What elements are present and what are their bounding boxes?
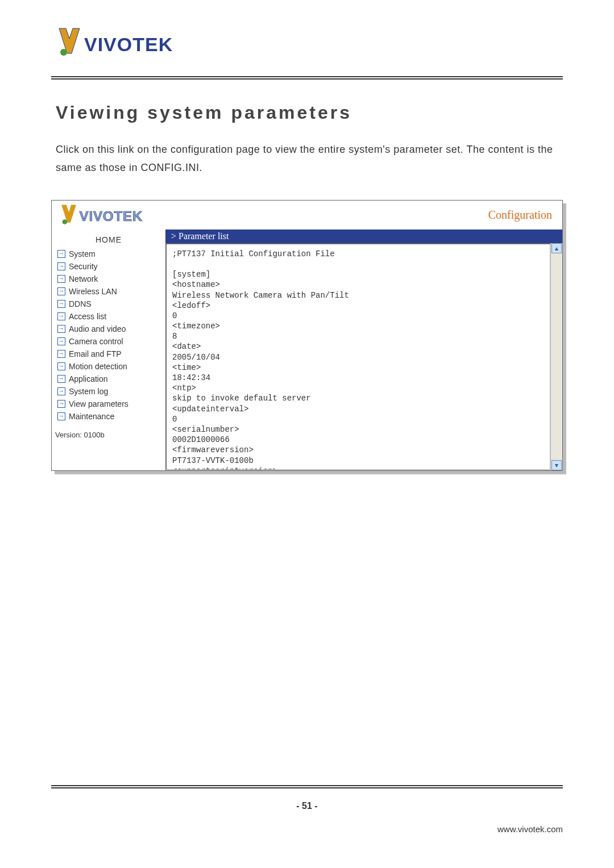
sidebar-item[interactable]: →Access list: [54, 310, 163, 323]
sidebar-item[interactable]: →Network: [54, 273, 163, 285]
vivotek-logo-small: VIVOTEK: [57, 204, 154, 227]
sidebar-item[interactable]: →Motion detection: [54, 360, 163, 373]
arrow-right-icon: →: [57, 350, 65, 358]
sidebar-item[interactable]: →Wireless LAN: [54, 285, 163, 298]
version-text: Version: 0100b: [54, 423, 163, 441]
sidebar-item[interactable]: →Audio and video: [54, 323, 163, 335]
scroll-down-icon[interactable]: ▾: [551, 460, 562, 470]
scrollbar[interactable]: ▴ ▾: [551, 243, 562, 470]
arrow-right-icon: →: [57, 375, 65, 383]
sidebar: HOME →System→Security→Network→Wireless L…: [52, 229, 165, 470]
parameter-list-content: ;PT7137 Initial Configuration File [syst…: [165, 243, 551, 470]
sidebar-item[interactable]: →DDNS: [54, 298, 163, 310]
sidebar-item-label: Access list: [69, 312, 106, 321]
arrow-right-icon: →: [57, 325, 65, 333]
sidebar-item[interactable]: →View parameters: [54, 398, 163, 410]
page-number: - 51 -: [0, 801, 614, 811]
logo-text: VIVOTEK: [84, 34, 173, 55]
page-heading: Viewing system parameters: [56, 102, 563, 123]
sidebar-item-label: System log: [69, 387, 108, 396]
svg-text:VIVOTEK: VIVOTEK: [80, 208, 143, 224]
sidebar-item-label: Motion detection: [69, 362, 127, 371]
arrow-right-icon: →: [57, 300, 65, 308]
screenshot-header: VIVOTEK Configuration: [52, 201, 562, 229]
sidebar-item[interactable]: →Maintenance: [54, 410, 163, 423]
sidebar-item-label: View parameters: [69, 399, 128, 408]
arrow-right-icon: →: [57, 362, 65, 370]
arrow-right-icon: →: [57, 287, 65, 295]
arrow-right-icon: →: [57, 387, 65, 395]
sidebar-item[interactable]: →System: [54, 248, 163, 260]
configuration-link[interactable]: Configuration: [488, 208, 552, 222]
sidebar-item[interactable]: →Application: [54, 373, 163, 385]
scroll-up-icon[interactable]: ▴: [551, 243, 562, 253]
sidebar-item[interactable]: →Email and FTP: [54, 348, 163, 360]
arrow-right-icon: →: [57, 275, 65, 283]
parameter-list-title: > Parameter list: [165, 229, 562, 243]
sidebar-item-label: Maintenance: [69, 412, 114, 421]
svg-point-2: [60, 49, 67, 56]
arrow-right-icon: →: [57, 412, 65, 420]
sidebar-item-label: Email and FTP: [69, 349, 122, 358]
sidebar-item-label: Network: [69, 274, 98, 283]
svg-point-4: [63, 219, 68, 224]
arrow-right-icon: →: [57, 312, 65, 320]
sidebar-item[interactable]: →Security: [54, 260, 163, 273]
arrow-right-icon: →: [57, 262, 65, 270]
intro-paragraph: Click on this link on the configuration …: [56, 140, 558, 177]
arrow-right-icon: →: [57, 337, 65, 345]
sidebar-item-label: Camera control: [69, 337, 123, 346]
sidebar-item-label: System: [69, 249, 96, 258]
bottom-divider: [51, 785, 563, 788]
sidebar-item-label: Security: [69, 262, 98, 271]
sidebar-item[interactable]: →Camera control: [54, 335, 163, 348]
top-divider: [51, 76, 563, 80]
sidebar-item[interactable]: →System log: [54, 385, 163, 398]
config-screenshot: VIVOTEK Configuration HOME →System→Secur…: [51, 200, 563, 471]
arrow-right-icon: →: [57, 250, 65, 258]
arrow-right-icon: →: [57, 400, 65, 408]
sidebar-item-label: Wireless LAN: [69, 287, 117, 296]
page-url: www.vivotek.com: [497, 824, 563, 834]
sidebar-item-label: Application: [69, 374, 108, 383]
vivotek-logo: VIVOTEK: [56, 27, 563, 59]
scroll-track[interactable]: [551, 253, 562, 460]
sidebar-home[interactable]: HOME: [54, 233, 163, 248]
sidebar-item-label: DDNS: [69, 299, 92, 308]
sidebar-item-label: Audio and video: [69, 324, 126, 333]
